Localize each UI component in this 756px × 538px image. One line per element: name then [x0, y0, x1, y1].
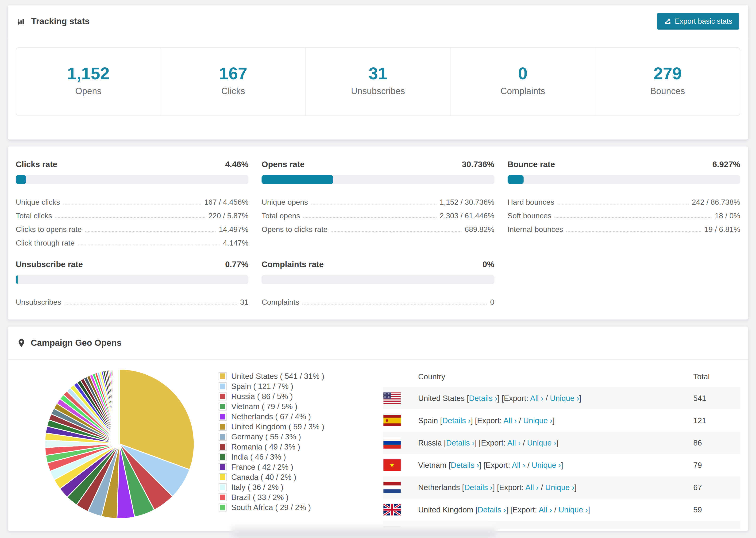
geo-title-text: Campaign Geo Opens: [31, 338, 122, 348]
rate-detail-row: Unique clicks 167 / 4.456%: [16, 193, 248, 207]
stat-value: 167: [161, 65, 305, 82]
rate-section: Opens rate 30.736% Unique opens 1,152 / …: [261, 160, 494, 247]
country-total: 59: [693, 506, 740, 514]
rate-detail-label: Internal bounces: [508, 225, 563, 234]
country-total: 86: [693, 439, 740, 447]
legend-label: Netherlands ( 67 / 4% ): [231, 412, 311, 421]
country-flag-icon-vn: [383, 459, 401, 471]
geo-pie-chart[interactable]: [42, 366, 197, 521]
legend-label: Russia ( 86 / 5% ): [231, 392, 293, 401]
geo-col-country: Country: [418, 372, 693, 381]
legend-label: Spain ( 121 / 7% ): [231, 382, 293, 391]
dotted-leader: [311, 204, 436, 204]
export-unique-link[interactable]: Unique ›: [532, 461, 561, 469]
rate-detail-value: 19 / 6.81%: [704, 225, 740, 234]
rate-detail-row: Click through rate 4.147%: [16, 234, 248, 247]
rate-rows: Complaints 0: [261, 293, 494, 306]
export-all-link[interactable]: All ›: [525, 483, 539, 492]
export-all-link[interactable]: All ›: [503, 416, 517, 425]
stat-value: 279: [595, 65, 740, 82]
dotted-leader: [85, 231, 216, 232]
details-link[interactable]: Details ›: [451, 461, 479, 469]
geo-table-row: Russia [Details ›] [Export: All › / Uniq…: [383, 432, 740, 454]
dotted-leader: [331, 231, 461, 232]
export-unique-link[interactable]: Unique ›: [527, 439, 557, 447]
rate-progress-track: [16, 275, 248, 284]
geo-header: Campaign Geo Opens: [8, 327, 748, 360]
stat-box: 1,152 Opens: [16, 48, 161, 116]
country-total: 67: [693, 483, 740, 492]
stats-row: 1,152 Opens 167 Clicks 31 Unsubscribes 0…: [16, 47, 740, 116]
rates-card: Clicks rate 4.46% Unique clicks 167 / 4.…: [8, 146, 748, 320]
legend-label: Canada ( 40 / 2% ): [231, 473, 296, 482]
legend-item[interactable]: Russia ( 86 / 5% ): [219, 391, 350, 402]
rate-detail-label: Clicks to opens rate: [16, 225, 82, 234]
stat-value: 31: [306, 65, 450, 82]
legend-label: Romania ( 49 / 3% ): [231, 443, 300, 452]
legend-swatch: [219, 423, 227, 431]
export-all-link[interactable]: All ›: [539, 506, 552, 514]
legend-item[interactable]: South Africa ( 29 / 2% ): [219, 502, 350, 512]
campaign-geo-opens-card: Campaign Geo Opens United States ( 541 /…: [8, 326, 748, 531]
geo-table-row: United Kingdom [Details ›] [Export: All …: [383, 499, 740, 521]
legend-item[interactable]: Brazil ( 33 / 2% ): [219, 492, 350, 502]
rate-detail-value: 18 / 0%: [715, 211, 740, 220]
export-unique-link[interactable]: Unique ›: [550, 394, 579, 403]
rate-progress-track: [261, 275, 494, 284]
rate-progress-track: [261, 175, 494, 184]
rate-detail-label: Total opens: [261, 211, 300, 220]
geo-title: Campaign Geo Opens: [17, 338, 122, 348]
legend-label: Germany ( 55 / 3% ): [231, 432, 301, 441]
legend-label: United States ( 541 / 31% ): [231, 372, 324, 381]
legend-label: Vietnam ( 79 / 5% ): [231, 402, 297, 411]
rate-title: Clicks rate: [16, 160, 57, 169]
rate-detail-value: 2,303 / 61.446%: [440, 211, 495, 220]
legend-swatch: [219, 393, 227, 401]
rate-rows: Unsubscribes 31: [16, 293, 248, 306]
geo-table-row: United States [Details ›] [Export: All ›…: [383, 387, 740, 409]
legend-item[interactable]: France ( 42 / 2% ): [219, 462, 350, 472]
legend-item[interactable]: Spain ( 121 / 7% ): [219, 381, 350, 391]
rate-detail-row: Total clicks 220 / 5.87%: [16, 207, 248, 220]
export-unique-link[interactable]: Unique ›: [559, 506, 588, 514]
export-basic-stats-button[interactable]: Export basic stats: [657, 13, 739, 29]
tracking-stats-header: Tracking stats Export basic stats: [8, 5, 748, 38]
stat-label: Opens: [16, 86, 161, 96]
legend-item[interactable]: Netherlands ( 67 / 4% ): [219, 411, 350, 422]
tracking-stats-page: Tracking stats Export basic stats 1,152 …: [0, 0, 756, 538]
legend-swatch: [219, 453, 227, 461]
legend-item[interactable]: Italy ( 36 / 2% ): [219, 482, 350, 492]
geo-table-row: Vietnam [Details ›] [Export: All › / Uni…: [383, 454, 740, 476]
details-link[interactable]: Details ›: [446, 439, 474, 447]
rate-detail-value: 0: [490, 298, 495, 306]
rate-detail-row: Unique opens 1,152 / 30.736%: [261, 193, 494, 207]
export-all-link[interactable]: All ›: [507, 439, 521, 447]
dotted-leader: [65, 304, 237, 304]
legend-item[interactable]: United States ( 541 / 31% ): [219, 371, 350, 381]
export-unique-link[interactable]: Unique ›: [523, 416, 553, 425]
export-all-link[interactable]: All ›: [512, 461, 525, 469]
details-link[interactable]: Details ›: [442, 416, 471, 425]
details-link[interactable]: Details ›: [464, 483, 493, 492]
legend-item[interactable]: Canada ( 40 / 2% ): [219, 472, 350, 482]
country-flag-icon-ru: [383, 437, 401, 449]
legend-swatch: [219, 504, 227, 511]
rate-detail-row: Hard bounces 242 / 86.738%: [508, 193, 740, 207]
legend-item[interactable]: Romania ( 49 / 3% ): [219, 442, 350, 452]
rate-value: 6.927%: [712, 160, 740, 169]
details-link[interactable]: Details ›: [469, 394, 497, 403]
geo-legend: United States ( 541 / 31% ) Spain ( 121 …: [219, 371, 350, 529]
rate-detail-label: Unsubscribes: [16, 298, 61, 306]
details-link[interactable]: Details ›: [477, 506, 506, 514]
legend-item[interactable]: Vietnam ( 79 / 5% ): [219, 402, 350, 411]
legend-item[interactable]: Germany ( 55 / 3% ): [219, 432, 350, 442]
export-all-link[interactable]: All ›: [530, 394, 544, 403]
rate-detail-row: Internal bounces 19 / 6.81%: [508, 220, 740, 234]
legend-item[interactable]: India ( 46 / 3% ): [219, 452, 350, 462]
export-unique-link[interactable]: Unique ›: [545, 483, 574, 492]
legend-item[interactable]: United Kingdom ( 59 / 3% ): [219, 422, 350, 432]
dotted-leader: [302, 304, 487, 304]
rate-section: Complaints rate 0% Complaints 0: [261, 260, 494, 306]
country-total: 121: [693, 416, 740, 425]
country-flag-icon-us: [383, 393, 401, 404]
